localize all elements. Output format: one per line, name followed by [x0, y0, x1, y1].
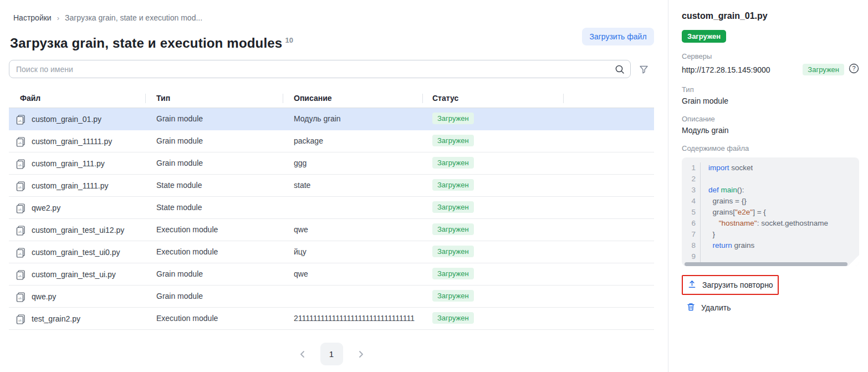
line-number: 8: [682, 240, 701, 251]
svg-text:‹/›: ‹/›: [18, 207, 22, 211]
file-name: qwe2.py: [32, 203, 60, 212]
svg-text:‹/›: ‹/›: [18, 162, 22, 166]
file-name: custom_grain_test_ui12.py: [32, 226, 124, 235]
svg-text:‹/›: ‹/›: [18, 140, 22, 144]
table-row[interactable]: ‹/›custom_grain_test_ui.pyGrain moduleqw…: [9, 263, 654, 286]
code-text: grains = {}: [701, 196, 747, 207]
file-name: custom_grain_test_ui.py: [32, 270, 116, 279]
file-description: qwe: [294, 269, 308, 278]
column-header-file: Файл: [20, 94, 40, 103]
svg-text:‹/›: ‹/›: [18, 295, 22, 299]
server-url: http://172.28.15.145:9000: [682, 65, 803, 74]
table-row[interactable]: ‹/›custom_grain_1111.pyState modulestate…: [9, 175, 654, 197]
code-file-icon: ‹/›: [16, 114, 26, 125]
code-line: 8 return grains: [682, 240, 859, 251]
table-row[interactable]: ‹/›custom_grain_11111.pyGrain modulepack…: [9, 130, 654, 152]
details-file-name: custom_grain_01.py: [682, 11, 859, 21]
search-icon[interactable]: [615, 64, 625, 74]
breadcrumb-current: Загрузка grain, state и execution mod...: [65, 13, 202, 22]
code-text: }: [701, 229, 715, 240]
details-status-badge: Загружен: [682, 30, 726, 43]
reupload-button[interactable]: Загрузить повторно: [682, 275, 779, 295]
code-file-icon: ‹/›: [16, 136, 26, 147]
table-row[interactable]: ‹/›qwe2.pyState moduleЗагружен: [9, 197, 654, 219]
file-name: custom_grain_test_ui0.py: [32, 248, 120, 257]
svg-text:‹/›: ‹/›: [18, 185, 22, 188]
line-number: 3: [682, 185, 701, 196]
help-icon[interactable]: ?: [849, 63, 859, 76]
delete-button-label: Удалить: [701, 303, 731, 312]
trash-icon: [686, 302, 696, 313]
code-text: import socket: [701, 162, 753, 174]
code-line: 1import socket: [682, 162, 859, 174]
table-row[interactable]: ‹/›custom_grain_01.pyGrain moduleМодуль …: [9, 108, 654, 130]
table-row[interactable]: ‹/›custom_grain_test_ui12.pyExecution mo…: [9, 219, 654, 241]
file-name: custom_grain_111.py: [32, 159, 105, 168]
pagination: 1: [9, 343, 654, 365]
pagination-page-1[interactable]: 1: [320, 343, 343, 365]
file-type: Grain module: [156, 136, 203, 145]
file-type: Execution module: [156, 225, 218, 234]
code-line: 2: [682, 174, 859, 185]
file-type: State module: [156, 181, 202, 190]
file-description: qwe: [294, 225, 308, 234]
svg-text:?: ?: [852, 65, 855, 72]
delete-button[interactable]: Удалить: [682, 299, 735, 317]
file-name: test_grain2.py: [32, 314, 80, 323]
file-name: custom_grain_11111.py: [32, 137, 112, 146]
code-file-icon: ‹/›: [16, 225, 26, 236]
code-text: grains["e2e"] = {: [701, 207, 766, 218]
reupload-button-label: Загрузить повторно: [702, 281, 773, 289]
column-divider: [145, 94, 146, 103]
file-name: custom_grain_1111.py: [32, 181, 109, 190]
column-divider: [422, 94, 423, 103]
table-row[interactable]: ‹/›custom_grain_111.pyGrain modulegggЗаг…: [9, 152, 654, 175]
code-horizontal-scrollbar[interactable]: [685, 262, 847, 266]
file-type: State module: [156, 203, 202, 212]
column-divider: [563, 94, 564, 103]
items-count: 10: [285, 36, 293, 44]
code-file-icon: ‹/›: [16, 159, 26, 169]
table-row[interactable]: ‹/›custom_grain_test_ui0.pyExecution mod…: [9, 241, 654, 263]
file-description: state: [294, 181, 310, 190]
file-description: ggg: [294, 159, 307, 167]
code-file-icon: ‹/›: [16, 314, 26, 324]
search-input[interactable]: [9, 65, 615, 74]
pagination-next-icon[interactable]: [353, 346, 369, 362]
pagination-prev-icon[interactable]: [295, 346, 310, 362]
table-row[interactable]: ‹/›test_grain2.pyExecution module2111111…: [9, 308, 654, 330]
file-description: йцу: [294, 247, 307, 256]
code-file-icon: ‹/›: [16, 269, 26, 280]
status-badge: Загружен: [432, 201, 474, 213]
status-badge: Загружен: [432, 179, 474, 191]
search-bar: [9, 60, 631, 78]
line-number: 2: [682, 174, 701, 185]
code-line: 6 "hostname": socket.gethostname: [682, 218, 859, 229]
upload-icon: [687, 279, 697, 291]
svg-text:‹/›: ‹/›: [18, 118, 22, 122]
file-type: Grain module: [156, 292, 203, 300]
server-status-badge: Загружен: [803, 64, 844, 75]
file-type: Execution module: [156, 314, 218, 323]
table-row[interactable]: ‹/›qwe.pyGrain moduleЗагружен: [9, 286, 654, 308]
column-divider: [283, 94, 283, 103]
upload-file-button[interactable]: Загрузить файл: [582, 28, 654, 45]
breadcrumb-settings[interactable]: Настройки: [13, 13, 52, 22]
status-badge: Загружен: [432, 157, 474, 169]
line-number: 5: [682, 207, 701, 218]
description-label: Описание: [682, 115, 859, 123]
file-type: Grain module: [156, 114, 203, 123]
file-type: Grain module: [156, 159, 203, 167]
code-file-icon: ‹/›: [16, 247, 26, 258]
file-description: 21111111111111111111111111111111: [294, 314, 415, 323]
status-badge: Загружен: [432, 246, 474, 257]
main-content: Настройки › Загрузка grain, state и exec…: [0, 0, 668, 372]
code-line: 9: [682, 251, 859, 262]
table-body: ‹/›custom_grain_01.pyGrain moduleМодуль …: [9, 108, 654, 330]
filter-funnel-icon[interactable]: [639, 64, 649, 77]
code-line: 7 }: [682, 229, 859, 240]
table-header: Файл Тип Описание Статус: [9, 89, 654, 108]
line-number: 1: [682, 162, 701, 174]
column-header-status: Статус: [432, 94, 458, 103]
line-number: 6: [682, 218, 701, 229]
